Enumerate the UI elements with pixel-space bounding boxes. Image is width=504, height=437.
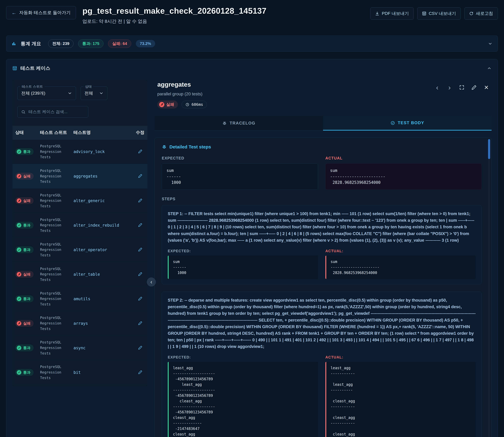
test-name-link[interactable]: amutils [71,287,133,311]
status-filter[interactable]: 상태 전체 [81,87,107,100]
collapse-panel-button[interactable]: ‹ [147,278,156,287]
search-input[interactable] [28,109,84,114]
csv-export-button[interactable]: CSV 내보내기 [417,7,461,20]
actual-label: ACTUAL: [325,355,476,359]
expected-label: EXPECTED: [168,355,318,359]
edit-button[interactable] [138,272,143,277]
edit-button[interactable] [138,149,143,154]
detail-title: aggregates [157,81,207,88]
chevron-down-icon[interactable] [488,41,493,46]
chevron-down-icon [68,91,72,96]
suite-filter-value: 전체 (239개) [21,90,45,96]
status-badge: 통과 [15,344,34,351]
csv-export-label: CSV 내보내기 [429,10,456,16]
pencil-icon [138,174,143,178]
status-label: 통과 [23,370,31,375]
detail-status-badge: 실패 [157,100,178,109]
pencil-icon [138,223,143,227]
test-name-link[interactable]: async [71,336,133,360]
detail-tabs: TRACELOG TEST BODY [154,116,492,131]
test-name-link[interactable]: aggregates [71,164,133,189]
bug-icon [162,144,167,149]
suite-cell: PostgreSQL Regression Tests [37,213,71,238]
step-1-actual-output: sum ---------------------- 2828.96825396… [325,256,476,279]
status-badge: 통과 [15,246,34,253]
table-row[interactable]: 실패 PostgreSQL Regression Tests alter_gen… [12,189,147,213]
table-row[interactable]: 실패 PostgreSQL Regression Tests alter_tab… [12,262,147,287]
test-name-link[interactable]: alter_table [71,262,133,287]
test-name-link[interactable]: alter_generic [71,189,133,213]
test-name-link[interactable]: bit [71,360,133,385]
edit-button[interactable] [138,296,143,301]
pass-rate-badge: 73.2% [136,40,155,47]
edit-button[interactable] [138,370,143,375]
status-icon [17,297,21,301]
edit-button[interactable] [138,321,143,326]
bar-chart-icon [11,41,16,46]
scrollbar [488,139,490,437]
step-2-description: STEP 2: -- deparse and multiple features… [168,297,476,350]
status-icon [17,370,21,375]
close-detail-button[interactable]: × [482,83,490,91]
pencil-icon [471,85,477,90]
edit-button[interactable] [138,198,143,203]
header: ← 자동화 테스트로 돌아가기 pg_test_result_make_chec… [6,6,498,29]
pencil-icon [138,321,143,325]
status-label: 통과 [23,296,31,301]
table-row[interactable]: 통과 PostgreSQL Regression Tests async [12,336,147,360]
status-icon [17,199,21,203]
back-button[interactable]: ← 자동화 테스트로 돌아가기 [6,6,76,19]
table-row[interactable]: 통과 PostgreSQL Regression Tests alter_ope… [12,238,147,262]
steps-header-title: Detailed Test steps [169,144,211,149]
tab-tracelog[interactable]: TRACELOG [154,116,323,130]
page: ← 자동화 테스트로 돌아가기 pg_test_result_make_chec… [0,0,504,437]
scrollbar-thumb[interactable] [488,139,490,159]
pdf-export-button[interactable]: PDF 내보내기 [370,7,414,20]
check-circle-icon [391,121,395,125]
status-icon [17,346,21,350]
edit-button[interactable] [138,174,143,179]
table-row[interactable]: 통과 PostgreSQL Regression Tests advisory_… [12,139,147,164]
status-badge: 통과 [15,295,34,302]
step-2-box: STEP 2: -- deparse and multiple features… [162,292,482,437]
back-button-label: 자동화 테스트로 돌아가기 [19,10,71,16]
edit-button[interactable] [138,223,143,228]
test-body-content: Detailed Test steps EXPECTED sum ------ … [154,138,492,437]
refresh-button[interactable]: 새로고침 [464,7,498,20]
column-header-edit: 수정 [133,126,147,139]
search-box [17,106,88,118]
tab-test-body[interactable]: TEST BODY [323,116,492,130]
test-name-link[interactable]: alter_operator [71,238,133,262]
test-name-link[interactable]: alter_index_rebuild [71,213,133,238]
next-test-button[interactable]: › [445,83,453,91]
status-icon [17,149,21,154]
edit-test-button[interactable] [470,83,478,91]
table-row[interactable]: 통과 PostgreSQL Regression Tests amutils [12,287,147,311]
table-row[interactable]: 실패 PostgreSQL Regression Tests aggregate… [12,164,147,189]
steps-label: STEPS [162,197,482,201]
page-title: pg_test_result_make_check_20260128_14513… [82,6,267,16]
status-label: 실패 [23,272,31,277]
status-badge: 실패 [15,197,34,204]
test-detail-panel: ‹ aggregates parallel group (20 tests) 실… [154,80,492,437]
edit-button[interactable] [138,247,143,252]
table-row[interactable]: 통과 PostgreSQL Regression Tests alter_ind… [12,213,147,238]
suite-cell: PostgreSQL Regression Tests [37,164,71,189]
status-label: 통과 [23,247,31,252]
status-filter-label: 상태 [83,84,93,89]
table-row[interactable]: 통과 PostgreSQL Regression Tests bit [12,360,147,385]
prev-test-button[interactable]: ‹ [433,83,441,91]
table-row[interactable]: 실패 PostgreSQL Regression Tests arrays [12,311,147,336]
test-name-link[interactable]: arrays [71,311,133,336]
suite-filter[interactable]: 테스트 스위트 전체 (239개) [17,87,76,100]
fullscreen-button[interactable] [458,83,466,91]
suite-cell: PostgreSQL Regression Tests [37,311,71,336]
expected-output: sum ------ 1000 [162,163,318,190]
expected-label: EXPECTED: [168,249,318,253]
test-name-link[interactable]: advisory_lock [71,139,133,164]
chevron-up-icon[interactable] [487,66,492,70]
fail-count-badge: 실패: 64 [108,40,131,48]
status-label: 통과 [23,149,31,154]
edit-button[interactable] [138,345,143,350]
pencil-icon [138,247,143,252]
